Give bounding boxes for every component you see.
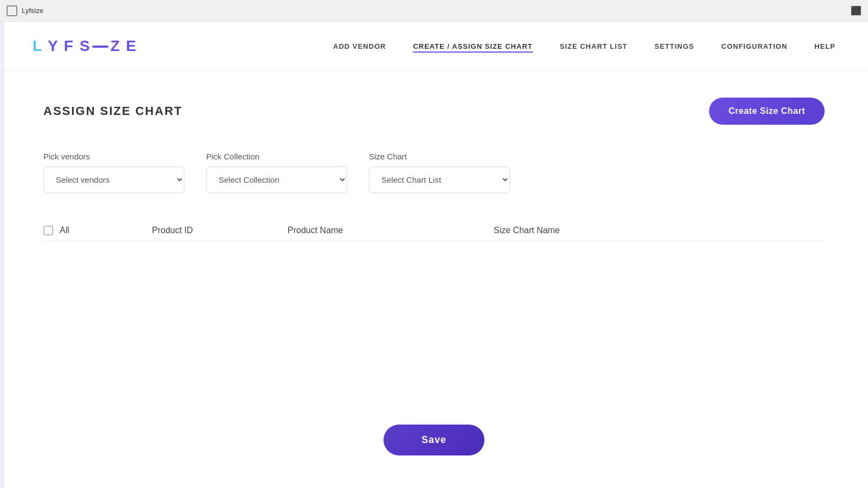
filter-label-vendors: Pick vendors — [43, 152, 184, 161]
page-content: ASSIGN SIZE CHART Create Size Chart Pick… — [0, 70, 868, 268]
filter-group-vendors: Pick vendors Select vendors — [43, 152, 184, 193]
logo-letter-f: F — [64, 37, 74, 54]
table-col-all: All — [43, 226, 152, 235]
filters-row: Pick vendors Select vendors Pick Collect… — [43, 152, 825, 193]
select-all-checkbox[interactable] — [43, 226, 53, 235]
filter-group-collection: Pick Collection Select Collection — [206, 152, 347, 193]
page-title: ASSIGN SIZE CHART — [43, 104, 182, 118]
nav-link-add-vendor[interactable]: ADD VENDOR — [333, 42, 386, 50]
save-button[interactable]: Save — [384, 425, 484, 455]
filter-group-size-chart: Size Chart Select Chart List — [369, 152, 510, 193]
col-label-all: All — [60, 226, 69, 235]
table-area: All Product ID Product Name Size Chart N… — [43, 220, 825, 241]
filter-label-size-chart: Size Chart — [369, 152, 510, 161]
nav-link-settings[interactable]: SETTINGS — [655, 42, 694, 50]
vendors-select[interactable]: Select vendors — [43, 166, 184, 193]
logo-letter-y: Y — [48, 37, 59, 54]
app-icon — [7, 5, 17, 16]
nav-item-create-assign[interactable]: CREATE / ASSIGN SIZE CHART — [413, 41, 532, 51]
table-header: All Product ID Product Name Size Chart N… — [43, 220, 825, 241]
title-bar-left: Lyfsize — [7, 5, 43, 16]
window-controls[interactable]: ⬛ — [851, 5, 861, 16]
logo-text: L Y F SZ E — [33, 37, 137, 55]
main-container: L Y F SZ E ADD VENDOR CREATE / ASSIGN SI… — [0, 22, 868, 488]
nav-link-create-assign[interactable]: CREATE / ASSIGN SIZE CHART — [413, 42, 532, 53]
navbar: L Y F SZ E ADD VENDOR CREATE / ASSIGN SI… — [0, 22, 868, 70]
page-header: ASSIGN SIZE CHART Create Size Chart — [43, 98, 825, 125]
collection-select[interactable]: Select Collection — [206, 166, 347, 193]
col-label-size-chart-name: Size Chart Name — [494, 226, 560, 235]
save-btn-container: Save — [384, 425, 484, 455]
create-size-chart-button[interactable]: Create Size Chart — [709, 98, 825, 125]
filter-label-collection: Pick Collection — [206, 152, 347, 161]
title-bar: Lyfsize ⬛ — [0, 0, 868, 22]
app-title: Lyfsize — [22, 7, 43, 15]
logo-letter-z: Z — [110, 37, 120, 54]
nav-item-help[interactable]: HELP — [814, 41, 835, 51]
nav-item-configuration[interactable]: CONFIGURATION — [722, 41, 788, 51]
table-col-product-id: Product ID — [152, 226, 288, 235]
nav-links: ADD VENDOR CREATE / ASSIGN SIZE CHART SI… — [333, 41, 835, 51]
nav-item-size-chart-list[interactable]: SIZE CHART LIST — [560, 41, 628, 51]
nav-link-configuration[interactable]: CONFIGURATION — [722, 42, 788, 50]
logo-letter-e: E — [126, 37, 137, 54]
table-col-product-name: Product Name — [288, 226, 494, 235]
logo: L Y F SZ E — [33, 37, 137, 55]
nav-item-add-vendor[interactable]: ADD VENDOR — [333, 41, 386, 51]
nav-link-help[interactable]: HELP — [814, 42, 835, 50]
size-chart-select[interactable]: Select Chart List — [369, 166, 510, 193]
col-label-product-id: Product ID — [152, 226, 193, 235]
nav-link-size-chart-list[interactable]: SIZE CHART LIST — [560, 42, 628, 50]
col-label-product-name: Product Name — [288, 226, 343, 235]
logo-dash — [92, 46, 108, 48]
nav-item-settings[interactable]: SETTINGS — [655, 41, 694, 51]
table-col-size-chart-name: Size Chart Name — [494, 226, 646, 235]
logo-letter-l: L — [33, 37, 43, 54]
left-stripe — [0, 22, 4, 488]
logo-letter-s: S — [80, 37, 91, 54]
